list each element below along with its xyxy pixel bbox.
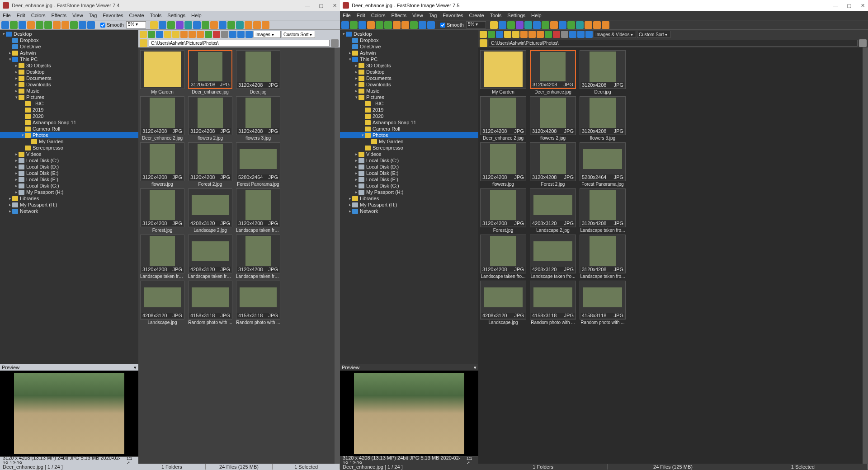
tree-toggle-icon[interactable]: ▸ bbox=[354, 158, 359, 163]
tree-toggle-icon[interactable]: ▸ bbox=[14, 89, 19, 93]
menu-create[interactable]: Create bbox=[129, 13, 144, 18]
tree-toggle-icon[interactable]: ▸ bbox=[354, 183, 359, 188]
menu-help[interactable]: Help bbox=[191, 13, 202, 18]
tree-toggle-icon[interactable]: ▸ bbox=[14, 164, 19, 169]
tree-toggle-icon[interactable]: ▸ bbox=[354, 76, 359, 80]
tree-toggle-icon[interactable]: ▸ bbox=[8, 202, 12, 207]
toolbar-button[interactable] bbox=[393, 21, 401, 29]
menu-effects[interactable]: Effects bbox=[392, 13, 406, 18]
view-filter-combo[interactable]: Images & Videos ▾ bbox=[594, 31, 636, 38]
zoom-combo[interactable]: 5% ▾ bbox=[126, 21, 146, 28]
thumbnail[interactable]: 4208x3120JPGLandscape taken fro... bbox=[530, 235, 576, 279]
tree-toggle-icon[interactable]: ▸ bbox=[14, 190, 19, 194]
menu-create[interactable]: Create bbox=[469, 13, 484, 18]
thumbnail[interactable]: 4208x3120JPGLandscape 2.jpg bbox=[188, 188, 232, 233]
tree-node[interactable]: ▾This PC bbox=[340, 56, 478, 62]
menu-tools[interactable]: Tools bbox=[150, 13, 162, 18]
toolbar-button[interactable] bbox=[159, 21, 166, 29]
toolbar-button[interactable] bbox=[219, 21, 226, 29]
thumbnail[interactable]: 4158x3118JPGRandom photo with ... bbox=[236, 281, 280, 325]
tree-toggle-icon[interactable]: ▸ bbox=[354, 63, 359, 68]
maximize-button[interactable]: ▢ bbox=[846, 3, 852, 8]
toolbar-button[interactable] bbox=[585, 21, 592, 29]
tree-node[interactable]: ▾Pictures bbox=[0, 94, 138, 100]
tree-node[interactable]: ▸Local Disk (G:) bbox=[0, 183, 138, 189]
tree-node[interactable]: Camera Roll bbox=[0, 126, 138, 132]
tree-node[interactable]: ▸Libraries bbox=[0, 195, 138, 202]
thumbnail[interactable]: 3120x4208JPGForest 2.jpg bbox=[530, 142, 576, 187]
toolbar-button[interactable] bbox=[507, 21, 515, 29]
tree-node[interactable]: ▸Local Disk (F:) bbox=[0, 176, 138, 183]
zoom-combo[interactable]: 5% ▾ bbox=[466, 21, 486, 28]
tree-node[interactable]: ▸Local Disk (D:) bbox=[340, 164, 478, 170]
tree-toggle-icon[interactable]: ▸ bbox=[14, 70, 19, 74]
thumbnail-grid[interactable]: My Garden3120x4208JPGDeer_enhance.jpg312… bbox=[138, 47, 335, 464]
thumbnail[interactable]: 3120x4208JPGDeer.jpg bbox=[236, 50, 280, 94]
folder-tree[interactable]: ▾DesktopDropboxOneDrive▸Ashwin▾This PC▸3… bbox=[0, 30, 138, 364]
menu-edit[interactable]: Edit bbox=[17, 13, 25, 18]
toolbar-button[interactable] bbox=[533, 21, 541, 29]
toolbar-button[interactable] bbox=[150, 21, 158, 29]
toolbar-button[interactable] bbox=[70, 21, 78, 29]
tree-node[interactable]: ▸My Passport (H:) bbox=[0, 189, 138, 195]
tree-node[interactable]: ▸Ashwin bbox=[340, 50, 478, 56]
tree-node[interactable]: ▸Local Disk (E:) bbox=[340, 170, 478, 176]
nav-button[interactable] bbox=[221, 31, 228, 38]
thumbnail[interactable]: 4158x3118JPGRandom photo with ... bbox=[188, 281, 232, 325]
toolbar-button[interactable] bbox=[167, 21, 175, 29]
tree-node[interactable]: ▸Desktop bbox=[0, 69, 138, 75]
toolbar-button[interactable] bbox=[499, 21, 506, 29]
tree-node[interactable]: _BIC bbox=[340, 100, 478, 107]
toolbar-button[interactable] bbox=[542, 21, 549, 29]
title-bar[interactable]: Deer_enhance.jpg - FastStone Image Viewe… bbox=[0, 0, 340, 11]
tree-node[interactable]: 2020 bbox=[340, 113, 478, 119]
smooth-checkbox[interactable]: Smooth bbox=[99, 22, 125, 28]
maximize-button[interactable]: ▢ bbox=[318, 3, 324, 8]
nav-button[interactable] bbox=[164, 31, 171, 38]
toolbar-button[interactable] bbox=[410, 21, 418, 29]
thumbnail-grid[interactable]: My Garden3120x4208JPGDeer_enhance.jpg312… bbox=[478, 47, 863, 464]
tree-node[interactable]: My Garden bbox=[0, 138, 138, 145]
nav-button[interactable] bbox=[189, 31, 196, 38]
nav-button[interactable] bbox=[172, 31, 179, 38]
tree-node[interactable]: ▸Videos bbox=[340, 151, 478, 157]
tree-node[interactable]: ▸3D Objects bbox=[0, 62, 138, 69]
toolbar-button[interactable] bbox=[79, 21, 86, 29]
thumbnail[interactable]: 4158x3118JPGRandom photo with ... bbox=[580, 281, 626, 325]
toolbar-button[interactable] bbox=[87, 21, 95, 29]
nav-button[interactable] bbox=[504, 31, 511, 38]
nav-button[interactable] bbox=[569, 31, 576, 38]
toolbar-button[interactable] bbox=[193, 21, 201, 29]
preview-image[interactable] bbox=[340, 371, 478, 456]
nav-button[interactable] bbox=[496, 31, 503, 38]
menu-effects[interactable]: Effects bbox=[52, 13, 66, 18]
tree-toggle-icon[interactable]: ▸ bbox=[14, 171, 19, 175]
tree-node[interactable]: ▸Videos bbox=[0, 151, 138, 157]
toolbar-button[interactable] bbox=[384, 21, 392, 29]
menu-settings[interactable]: Settings bbox=[507, 13, 525, 18]
thumbnail[interactable]: My Garden bbox=[480, 50, 526, 94]
tree-toggle-icon[interactable]: ▸ bbox=[348, 209, 352, 213]
tree-toggle-icon[interactable]: ▸ bbox=[14, 177, 19, 182]
thumbnail[interactable]: 3120x4208JPGflowers 3.jpg bbox=[580, 96, 626, 141]
view-filter-combo[interactable]: Images ▾ bbox=[254, 31, 281, 38]
tree-toggle-icon[interactable]: ▾ bbox=[14, 95, 19, 99]
tree-toggle-icon[interactable]: ▸ bbox=[348, 196, 352, 201]
tree-node[interactable]: ▾Photos bbox=[340, 132, 478, 138]
preview-image[interactable] bbox=[0, 371, 138, 456]
close-button[interactable]: ✕ bbox=[860, 3, 865, 8]
thumbnail[interactable]: 3120x4208JPGflowers 2.jpg bbox=[530, 96, 576, 141]
tree-toggle-icon[interactable]: ▸ bbox=[348, 51, 352, 55]
thumbnail[interactable]: 3120x4208JPGLandscape taken fro... bbox=[140, 235, 184, 279]
tree-toggle-icon[interactable]: ▸ bbox=[354, 70, 359, 74]
tree-node[interactable]: ▸Local Disk (G:) bbox=[340, 183, 478, 189]
tree-node[interactable]: ▸Documents bbox=[340, 75, 478, 81]
toolbar-button[interactable] bbox=[359, 21, 366, 29]
thumbnail[interactable]: 3120x4208JPGLandscape taken fro... bbox=[480, 235, 526, 279]
tree-node[interactable]: ▸Music bbox=[340, 88, 478, 94]
toolbar-button[interactable] bbox=[227, 21, 235, 29]
tree-node[interactable]: ▾Pictures bbox=[340, 94, 478, 100]
thumbnail[interactable]: 3120x4208JPGForest 2.jpg bbox=[188, 142, 232, 187]
path-dropdown-icon[interactable] bbox=[859, 39, 867, 47]
toolbar-button[interactable] bbox=[176, 21, 184, 29]
